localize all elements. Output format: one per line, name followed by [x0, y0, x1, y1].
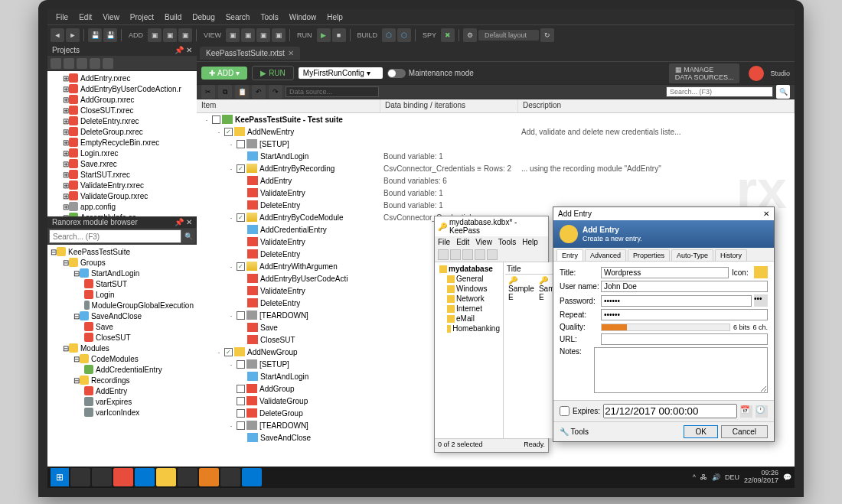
browser-item[interactable]: ⊟CodeModules: [47, 353, 197, 364]
chrome-taskbar-icon[interactable]: [178, 468, 197, 486]
entry-title-input[interactable]: [601, 267, 729, 278]
project-item[interactable]: ⊞CloseSUT.rxrec: [47, 105, 197, 115]
taskview-icon[interactable]: [92, 468, 112, 486]
menu-project[interactable]: Project: [125, 13, 159, 21]
tray-lang[interactable]: DEU: [725, 473, 739, 481]
search-taskbar-icon[interactable]: [70, 468, 90, 486]
browser-item[interactable]: ⊟Modules: [47, 343, 197, 353]
project-item[interactable]: ⊞ValidateGroup.rxrec: [47, 190, 197, 201]
add-button[interactable]: ✚ ADD ▾: [201, 67, 247, 80]
editor-tab[interactable]: KeePassTestSuite.rxtst✕: [200, 47, 300, 60]
search-icon[interactable]: 🔍: [181, 229, 195, 243]
tray-vol-icon[interactable]: 🔊: [712, 473, 720, 481]
browser-item[interactable]: Login: [47, 289, 197, 300]
paste-icon[interactable]: 📋: [235, 85, 249, 99]
explorer-taskbar-icon[interactable]: [156, 468, 176, 486]
entry-repeat-input[interactable]: [601, 309, 768, 320]
run-stop-icon[interactable]: ■: [332, 28, 346, 42]
add-item-icon[interactable]: ▣: [148, 28, 162, 42]
browser-item[interactable]: Save: [47, 321, 197, 332]
browser-item[interactable]: ⊟StartAndLogin: [47, 268, 197, 278]
test-row[interactable]: StartAndLoginBound variable: 1: [197, 150, 795, 162]
tray-up-icon[interactable]: ^: [693, 473, 696, 481]
browser-tree[interactable]: ⊟KeePassTestSuite⊟Groups⊟StartAndLoginSt…: [47, 245, 197, 467]
ae-tab-auto-type[interactable]: Auto-Type: [671, 249, 713, 261]
expires-checkbox[interactable]: [560, 406, 569, 416]
fwd-icon[interactable]: ►: [66, 28, 80, 42]
proj-tool2-icon[interactable]: [64, 58, 74, 69]
maintenance-toggle[interactable]: Maintenance mode: [387, 69, 474, 78]
view4-icon[interactable]: ▣: [272, 28, 286, 42]
app-taskbar-icon[interactable]: [220, 468, 240, 486]
kp-new-icon[interactable]: [438, 249, 449, 260]
layout-select[interactable]: Default layout: [478, 30, 539, 41]
ranorex-taskbar-icon[interactable]: [113, 468, 133, 486]
test-row[interactable]: -✓AddNewEntryAdd, validate and delete ne…: [197, 125, 795, 138]
menu-tools[interactable]: Tools: [255, 13, 283, 21]
proj-tool5-icon[interactable]: [103, 58, 113, 69]
browser-item[interactable]: AddCredentialEntry: [47, 364, 197, 375]
tray-notif-icon[interactable]: 💬: [783, 473, 791, 481]
project-item[interactable]: ⊞app.config: [47, 201, 197, 212]
grid-search-input[interactable]: [666, 86, 773, 97]
browser-item[interactable]: CloseSUT: [47, 332, 197, 343]
view3-icon[interactable]: ▣: [256, 28, 270, 42]
undo-icon[interactable]: ↶: [252, 85, 266, 99]
kp-list-item[interactable]: 🔑 Sample E: [507, 275, 536, 302]
firefox-taskbar-icon[interactable]: [199, 468, 219, 486]
settings-icon[interactable]: ⚙: [463, 28, 477, 42]
project-item[interactable]: ⊞AddEntry.rxrec: [47, 73, 197, 83]
browser-item[interactable]: ModuleGroupGlobalExecution: [47, 300, 197, 311]
expires-date-input[interactable]: [603, 404, 737, 418]
test-row[interactable]: -[SETUP]: [197, 138, 795, 150]
build1-icon[interactable]: ⬡: [382, 28, 396, 42]
project-item[interactable]: ⊞AddEntryByUserCodeAction.r: [47, 83, 197, 94]
kp-menu-view[interactable]: View: [475, 238, 492, 246]
panel-pin2-icon[interactable]: 📌 ✕: [175, 218, 192, 226]
save-all-icon[interactable]: 💾: [103, 28, 117, 42]
test-row[interactable]: ValidateEntryBound variable: 1: [197, 187, 795, 199]
browser-item[interactable]: varExpires: [47, 396, 197, 407]
app2-taskbar-icon[interactable]: [242, 468, 262, 486]
project-item[interactable]: ⊞StartSUT.rxrec: [47, 169, 197, 180]
kp-menu-help[interactable]: Help: [522, 238, 538, 246]
tray-clock[interactable]: 09:2622/09/2017: [744, 470, 778, 485]
menu-file[interactable]: File: [51, 13, 73, 21]
ok-button[interactable]: OK: [684, 425, 717, 438]
ae-tab-advanced[interactable]: Advanced: [585, 249, 626, 261]
layout-reset-icon[interactable]: ↻: [540, 28, 554, 42]
menu-search[interactable]: Search: [220, 13, 256, 21]
test-row[interactable]: -KeePassTestSuite - Test suite: [197, 113, 795, 125]
kp-save-icon[interactable]: [462, 249, 473, 260]
add-entry-dialog[interactable]: Add Entry✕ Add EntryCreate a new entry. …: [553, 206, 775, 442]
kp-tree-item[interactable]: Network: [436, 294, 501, 304]
ae-tab-entry[interactable]: Entry: [556, 249, 583, 261]
spy-icon[interactable]: ✖: [441, 28, 455, 42]
menu-help[interactable]: Help: [321, 13, 348, 21]
show-password-icon[interactable]: •••: [754, 294, 768, 307]
kp-tree-item[interactable]: Internet: [436, 304, 501, 314]
add-mod-icon[interactable]: ▣: [178, 28, 192, 42]
menu-view[interactable]: View: [97, 13, 125, 21]
keepass-menu[interactable]: FileEditViewToolsHelp: [435, 236, 548, 248]
ae-tab-history[interactable]: History: [715, 249, 747, 261]
proj-tool3-icon[interactable]: [77, 58, 87, 69]
project-item[interactable]: ⊞AddGroup.rxrec: [47, 94, 197, 105]
cut-icon[interactable]: ✂: [201, 85, 215, 99]
browser-item[interactable]: ⊟Recordings: [47, 375, 197, 385]
proj-tool1-icon[interactable]: [51, 58, 61, 69]
test-row[interactable]: -✓AddEntryByRecordingCsvConnector_Creden…: [197, 162, 795, 174]
add-rec-icon[interactable]: ▣: [163, 28, 177, 42]
browser-item[interactable]: ⊟KeePassTestSuite: [47, 246, 197, 257]
edge-taskbar-icon[interactable]: [135, 468, 155, 486]
tray-net-icon[interactable]: 🖧: [700, 473, 707, 481]
project-item[interactable]: ⊞DeleteEntry.rxrec: [47, 115, 197, 126]
browser-item[interactable]: StartSUT: [47, 278, 197, 289]
menu-edit[interactable]: Edit: [73, 13, 97, 21]
cancel-button[interactable]: Cancel: [721, 425, 768, 438]
save-icon[interactable]: 💾: [88, 28, 102, 42]
kp-lock-icon[interactable]: [487, 249, 498, 260]
panel-pin-icon[interactable]: 📌 ✕: [175, 46, 192, 54]
menu-build[interactable]: Build: [159, 13, 187, 21]
kp-menu-tools[interactable]: Tools: [498, 238, 516, 246]
